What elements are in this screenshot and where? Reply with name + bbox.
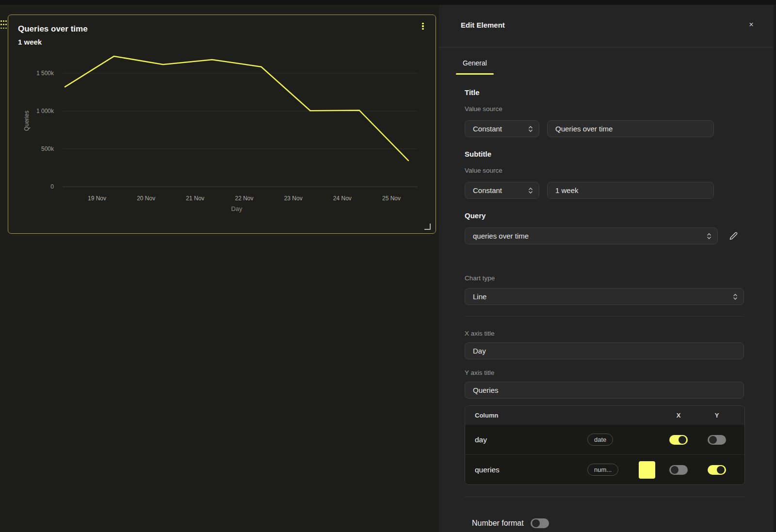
- app-root: { "accent_color": "#f2f65e", "chart_data…: [0, 0, 776, 532]
- line-chart: 0500k1 000k1 500k19 Nov20 Nov21 Nov22 No…: [8, 15, 435, 233]
- y-axis-title-input[interactable]: [472, 386, 737, 395]
- title-value-source-label: Value source: [465, 105, 750, 113]
- y-axis-tick-label: 0: [50, 183, 54, 190]
- queries-x-toggle[interactable]: [669, 465, 688, 475]
- chart-type-select[interactable]: Line: [465, 288, 744, 305]
- tab-bar: General: [456, 59, 776, 75]
- chart-card[interactable]: Queries over time 1 week 0500k1 000k1 50…: [8, 15, 436, 234]
- col-header-x: X: [658, 412, 699, 419]
- col-header-column: Column: [475, 412, 587, 419]
- data-line: [65, 56, 408, 161]
- column-name: day: [475, 435, 587, 444]
- subtitle-value-input[interactable]: [554, 186, 707, 195]
- x-axis-tick-label: 21 Nov: [186, 195, 204, 202]
- type-badge: date: [587, 434, 613, 446]
- table-row-day: day date: [465, 425, 744, 454]
- columns-table-header: Column X Y: [465, 406, 744, 425]
- columns-table: Column X Y day date queries num...: [465, 405, 745, 485]
- type-badge: num...: [587, 464, 618, 476]
- top-strip: [0, 0, 776, 5]
- subtitle-source-select-value: Constant: [473, 186, 502, 194]
- query-select[interactable]: queries over time: [465, 227, 718, 244]
- number-format-toggle[interactable]: [531, 518, 549, 528]
- title-section-heading: Title: [465, 88, 750, 97]
- header-divider: [439, 47, 776, 48]
- x-axis-tick-label: 20 Nov: [137, 195, 155, 202]
- pencil-icon: [729, 232, 738, 240]
- x-axis-tick-label: 25 Nov: [382, 195, 401, 202]
- chevron-updown-icon: [733, 293, 738, 301]
- title-source-select-value: Constant: [473, 125, 502, 133]
- card-drag-handle-icon[interactable]: [0, 20, 7, 30]
- subtitle-source-select[interactable]: Constant: [465, 182, 539, 199]
- y-axis-title-label: Y axis title: [465, 369, 750, 376]
- title-value-input[interactable]: [554, 124, 707, 133]
- query-section-heading: Query: [465, 211, 750, 220]
- x-axis-title: Day: [231, 205, 242, 212]
- panel-title: Edit Element: [461, 21, 505, 29]
- day-x-toggle[interactable]: [669, 435, 688, 445]
- col-header-y: Y: [699, 412, 735, 419]
- subtitle-section-heading: Subtitle: [465, 150, 750, 158]
- chevron-updown-icon: [528, 125, 533, 133]
- chevron-updown-icon: [707, 232, 711, 240]
- panel-body: Title Value source Constant Subtitle Val…: [439, 88, 750, 528]
- x-axis-title-label: X axis title: [465, 330, 750, 337]
- day-y-toggle[interactable]: [708, 435, 726, 445]
- series-color-swatch[interactable]: [639, 461, 655, 479]
- card-resize-handle-icon[interactable]: [424, 224, 431, 230]
- edit-element-panel: Edit Element × General Title Value sourc…: [439, 5, 776, 532]
- query-select-value: queries over time: [473, 232, 529, 240]
- dashboard-canvas: Queries over time 1 week 0500k1 000k1 50…: [0, 5, 439, 532]
- chart-type-label: Chart type: [465, 274, 750, 282]
- section-divider: [465, 316, 744, 317]
- section-divider: [465, 497, 745, 497]
- y-axis-tick-label: 500k: [41, 145, 54, 152]
- title-source-select[interactable]: Constant: [465, 120, 539, 137]
- table-row-queries: queries num...: [465, 454, 744, 484]
- subtitle-value-source-label: Value source: [465, 167, 750, 174]
- chevron-updown-icon: [528, 187, 533, 194]
- number-format-label: Number format: [472, 519, 524, 528]
- x-axis-tick-label: 23 Nov: [284, 195, 303, 202]
- panel-scrollbar[interactable]: [774, 5, 776, 532]
- panel-header: Edit Element ×: [439, 5, 776, 47]
- number-format-row: Number format: [465, 518, 750, 528]
- x-axis-tick-label: 22 Nov: [235, 195, 253, 202]
- close-icon[interactable]: ×: [746, 19, 757, 30]
- y-axis-tick-label: 1 500k: [36, 70, 54, 77]
- y-axis-title: Queries: [23, 111, 30, 131]
- tab-general[interactable]: General: [456, 59, 494, 75]
- column-name: queries: [475, 466, 587, 474]
- y-axis-tick-label: 1 000k: [36, 108, 54, 114]
- chart-type-select-value: Line: [473, 292, 486, 301]
- x-axis-tick-label: 19 Nov: [88, 195, 106, 202]
- queries-y-toggle[interactable]: [708, 465, 726, 475]
- x-axis-title-input[interactable]: [472, 346, 737, 355]
- x-axis-tick-label: 24 Nov: [333, 195, 352, 202]
- edit-query-button[interactable]: [729, 227, 738, 244]
